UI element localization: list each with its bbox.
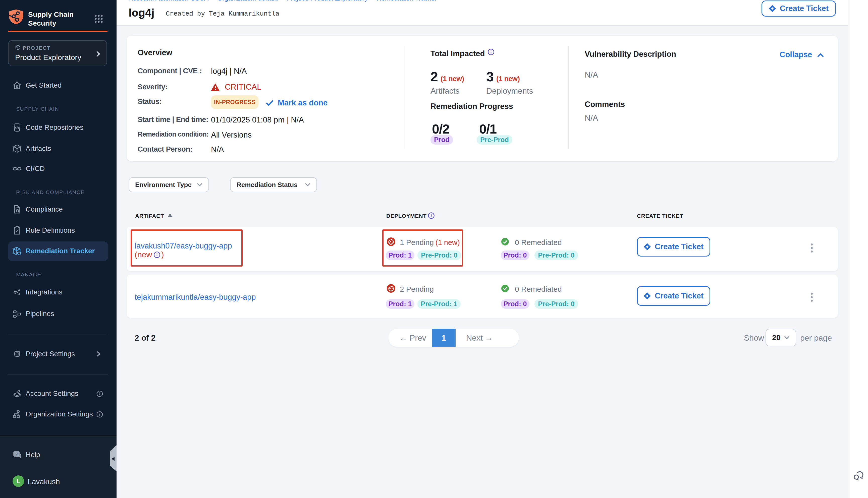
svg-text:?: ? [16, 452, 17, 456]
